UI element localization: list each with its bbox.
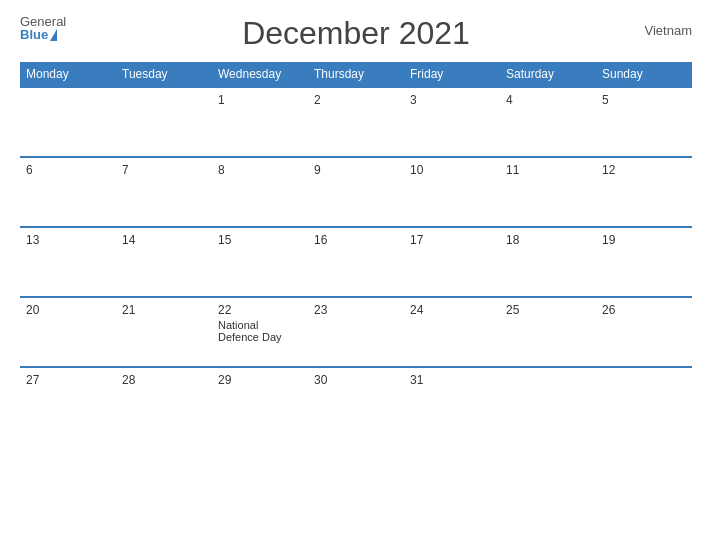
day-number: 8 [218,163,302,177]
country-label: Vietnam [645,23,692,38]
logo: General Blue [20,15,66,41]
table-row: 1 [212,87,308,157]
table-row: 28 [116,367,212,437]
table-row: 13 [20,227,116,297]
logo-blue-text: Blue [20,28,48,41]
table-row: 31 [404,367,500,437]
day-number: 24 [410,303,494,317]
table-row [20,87,116,157]
day-number: 20 [26,303,110,317]
day-number: 13 [26,233,110,247]
day-number: 18 [506,233,590,247]
day-number: 2 [314,93,398,107]
day-number: 10 [410,163,494,177]
table-row: 12 [596,157,692,227]
day-number: 31 [410,373,494,387]
day-number: 22 [218,303,302,317]
day-number: 23 [314,303,398,317]
day-number: 1 [218,93,302,107]
day-number: 3 [410,93,494,107]
day-number: 26 [602,303,686,317]
col-tuesday: Tuesday [116,62,212,87]
day-number: 4 [506,93,590,107]
table-row: 29 [212,367,308,437]
col-sunday: Sunday [596,62,692,87]
table-row: 21 [116,297,212,367]
month-title: December 2021 [242,15,470,52]
table-row: 15 [212,227,308,297]
table-row: 20 [20,297,116,367]
table-row: 11 [500,157,596,227]
day-number: 7 [122,163,206,177]
day-number: 17 [410,233,494,247]
day-number: 21 [122,303,206,317]
calendar-page: General Blue December 2021 Vietnam Monda… [0,0,712,550]
table-row: 5 [596,87,692,157]
table-row: 8 [212,157,308,227]
calendar-table: Monday Tuesday Wednesday Thursday Friday… [20,62,692,437]
col-wednesday: Wednesday [212,62,308,87]
day-number: 27 [26,373,110,387]
calendar-header-row: Monday Tuesday Wednesday Thursday Friday… [20,62,692,87]
table-row: 3 [404,87,500,157]
table-row: 25 [500,297,596,367]
table-row [500,367,596,437]
col-monday: Monday [20,62,116,87]
table-row: 19 [596,227,692,297]
day-number: 6 [26,163,110,177]
table-row: 4 [500,87,596,157]
calendar-body: 12345678910111213141516171819202122Natio… [20,87,692,437]
day-number: 11 [506,163,590,177]
calendar-header: General Blue December 2021 Vietnam [20,15,692,52]
day-number: 5 [602,93,686,107]
table-row: 10 [404,157,500,227]
day-number: 16 [314,233,398,247]
table-row: 14 [116,227,212,297]
col-friday: Friday [404,62,500,87]
day-number: 19 [602,233,686,247]
day-number: 9 [314,163,398,177]
logo-triangle-icon [50,29,57,41]
day-number: 30 [314,373,398,387]
holiday-label: National Defence Day [218,319,302,343]
table-row [116,87,212,157]
day-number: 15 [218,233,302,247]
table-row: 16 [308,227,404,297]
table-row: 30 [308,367,404,437]
table-row: 26 [596,297,692,367]
col-thursday: Thursday [308,62,404,87]
table-row: 24 [404,297,500,367]
table-row: 6 [20,157,116,227]
table-row: 17 [404,227,500,297]
table-row: 23 [308,297,404,367]
table-row: 2 [308,87,404,157]
table-row [596,367,692,437]
day-number: 25 [506,303,590,317]
table-row: 9 [308,157,404,227]
table-row: 22National Defence Day [212,297,308,367]
table-row: 18 [500,227,596,297]
day-number: 29 [218,373,302,387]
col-saturday: Saturday [500,62,596,87]
table-row: 7 [116,157,212,227]
day-number: 12 [602,163,686,177]
table-row: 27 [20,367,116,437]
day-number: 28 [122,373,206,387]
day-number: 14 [122,233,206,247]
